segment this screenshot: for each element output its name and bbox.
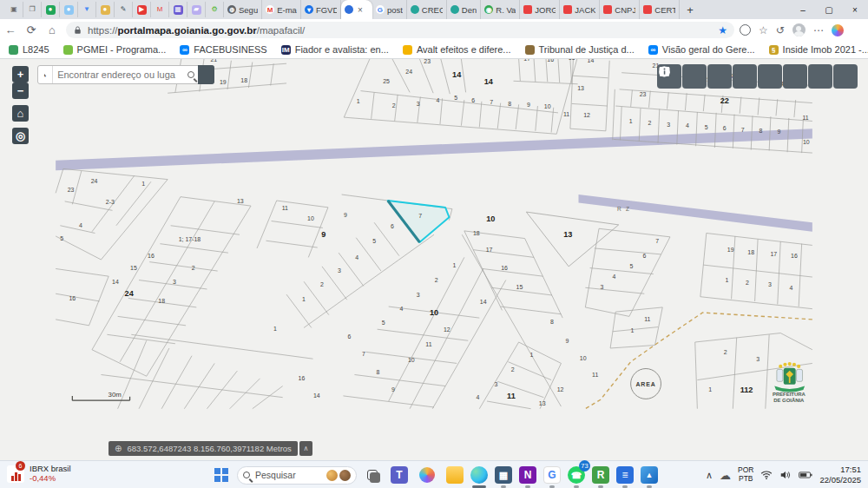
legend-button[interactable]: [758, 64, 782, 89]
browser-tab[interactable]: CNPJ: [600, 0, 640, 19]
pinned-tab[interactable]: M: [151, 2, 169, 17]
bookmark-item[interactable]: IMFiador e avalista: en...: [281, 44, 389, 55]
browser-tab[interactable]: ▾FGVD: [301, 0, 341, 19]
browser-menu-icon[interactable]: ⋯: [813, 24, 824, 36]
bookmark-favicon: ∞: [648, 45, 658, 55]
profile-avatar[interactable]: [792, 23, 806, 36]
pinned-tab[interactable]: ⚙: [206, 2, 224, 17]
pinned-tab[interactable]: ▣: [5, 2, 23, 17]
browser-tab[interactable]: CERT: [640, 0, 680, 19]
pinned-tab[interactable]: ❐: [23, 2, 42, 17]
selected-parcel-highlight[interactable]: [388, 201, 450, 242]
calculator-icon[interactable]: ▦: [492, 464, 515, 486]
map-viewport[interactable]: 2120191823242512345678910111414171615141…: [0, 59, 868, 460]
history-icon[interactable]: ↺: [776, 24, 785, 36]
desktop-screen: ▣❐●●▼●✎▶M▦▰⚙ ⊕SeguME-ma▾FGVD×GpostCRECDe…: [0, 0, 868, 488]
maximize-button[interactable]: ▢: [816, 0, 842, 19]
copilot-taskbar-icon[interactable]: [416, 464, 438, 486]
wifi-icon[interactable]: [760, 470, 773, 480]
bookmark-item[interactable]: ∞FACEBUSINESS: [180, 44, 266, 55]
info-button[interactable]: [833, 64, 858, 89]
map-canvas[interactable]: 2120191823242512345678910111414171615141…: [0, 59, 868, 460]
map-search-box: ▼: [37, 65, 214, 84]
weather-stocks-widget[interactable]: 6 IBRX brasil -0,44%: [7, 465, 71, 484]
browser-tab[interactable]: JORG: [520, 0, 560, 19]
locate-button[interactable]: ◎: [12, 128, 29, 144]
whatsapp-icon[interactable]: ☎73: [565, 464, 588, 486]
volume-icon[interactable]: [779, 470, 792, 480]
hidden-icons-button[interactable]: ∧: [706, 470, 713, 481]
home-button[interactable]: ⌂: [42, 22, 62, 39]
bookmark-favicon: ∞: [180, 45, 189, 55]
print-button[interactable]: [783, 64, 807, 89]
bookmark-star-icon[interactable]: ★: [718, 24, 727, 36]
basemap-button[interactable]: [808, 64, 832, 89]
extensions-icon[interactable]: [740, 24, 751, 36]
battery-icon[interactable]: [799, 470, 812, 480]
pinned-tab[interactable]: ●: [60, 2, 78, 17]
copilot-icon[interactable]: [832, 24, 844, 36]
crosshair-icon[interactable]: ⊕: [115, 444, 122, 453]
new-tab-button[interactable]: +: [680, 3, 700, 16]
writer-icon[interactable]: ≡: [614, 464, 636, 486]
taskbar-search[interactable]: Pesquisar: [237, 466, 357, 485]
browser-tab[interactable]: ⊕Segu: [224, 0, 262, 19]
browser-toolbar: ← ⟳ ⌂ https://portalmapa.goiania.go.gov.…: [0, 19, 868, 41]
browser-tab[interactable]: Gpost: [372, 0, 407, 19]
coordinates-expand-button[interactable]: ∧: [299, 441, 312, 456]
bookmarks-bar: L8245PGMEI - Programa...∞FACEBUSINESSIMF…: [0, 41, 868, 59]
pinned-tab[interactable]: ▦: [169, 2, 187, 17]
r-app-icon[interactable]: R: [589, 464, 612, 486]
browser-tab[interactable]: JACK: [560, 0, 600, 19]
bookmark-item[interactable]: Avalt efeitos e difere...: [403, 44, 511, 55]
pinned-tab[interactable]: ▶: [133, 2, 151, 17]
language-indicator[interactable]: PORPTB: [738, 466, 753, 484]
task-view-button[interactable]: [362, 465, 383, 485]
draw-button[interactable]: [707, 64, 732, 89]
lot-number: 4: [789, 285, 792, 291]
browser-tab[interactable]: ME-ma: [262, 0, 301, 19]
reload-button[interactable]: ⟳: [21, 22, 42, 39]
active-tab[interactable]: ×: [341, 0, 372, 19]
bookmark-item[interactable]: §Inside Imob 2021 -...: [769, 44, 868, 55]
close-button[interactable]: ×: [842, 0, 868, 19]
pinned-tab[interactable]: ▰: [187, 2, 206, 17]
zoom-in-button[interactable]: +: [12, 66, 29, 82]
pinned-tab[interactable]: ✎: [115, 2, 133, 17]
lot-number: 3: [495, 381, 498, 387]
bookmark-item[interactable]: L8245: [9, 44, 49, 55]
clock[interactable]: 17:5122/05/2025: [819, 465, 861, 485]
pinned-tab[interactable]: ●: [42, 2, 60, 17]
bookmark-item[interactable]: PGMEI - Programa...: [63, 44, 167, 55]
search-icon[interactable]: [185, 71, 198, 78]
map-toolbar: [657, 64, 858, 89]
binoculars-button[interactable]: [198, 65, 214, 84]
pinned-tab[interactable]: ●: [96, 2, 115, 17]
start-button[interactable]: [211, 465, 232, 485]
favorites-icon[interactable]: ☆: [759, 24, 768, 36]
onedrive-icon[interactable]: ☁: [720, 469, 731, 482]
edge-icon[interactable]: [468, 464, 490, 486]
bookmark-item[interactable]: ∞Visão geral do Gere...: [648, 44, 755, 55]
back-button[interactable]: ←: [0, 22, 21, 39]
photos-icon[interactable]: ▲: [638, 464, 661, 486]
search-input[interactable]: [53, 69, 185, 80]
minimize-button[interactable]: –: [790, 0, 816, 19]
file-explorer-icon[interactable]: [444, 464, 466, 486]
bookmark-item[interactable]: Tribunal de Justiça d...: [525, 44, 635, 55]
daily-icon-2: [339, 470, 351, 481]
window-controls: – ▢ ×: [790, 0, 868, 19]
onenote-icon[interactable]: N: [516, 464, 539, 486]
zoom-out-button[interactable]: −: [12, 82, 29, 99]
browser-tab[interactable]: Den: [447, 0, 481, 19]
layers-button[interactable]: [733, 64, 757, 89]
browser-tab[interactable]: CREC: [407, 0, 447, 19]
browser-tab[interactable]: ◉R. Va: [481, 0, 520, 19]
teams-icon[interactable]: T: [388, 464, 411, 486]
address-bar[interactable]: https://portalmapa.goiania.go.gov.br/map…: [66, 22, 734, 38]
measure-button[interactable]: [682, 64, 707, 89]
google-icon[interactable]: G: [541, 464, 563, 486]
home-extent-button[interactable]: ⌂: [12, 105, 29, 122]
tab-close-icon[interactable]: ×: [358, 5, 363, 15]
pinned-tab[interactable]: ▼: [78, 2, 96, 17]
